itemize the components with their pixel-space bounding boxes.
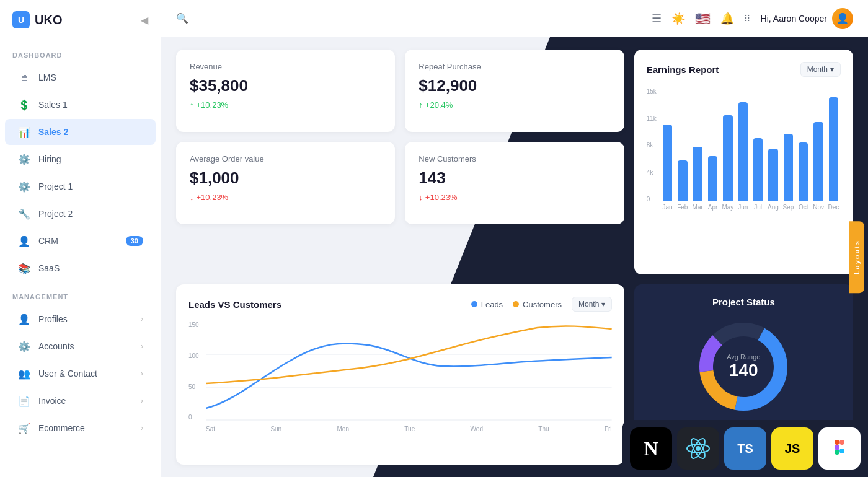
bar-label-oct: Oct bbox=[797, 204, 809, 211]
javascript-icon: JS bbox=[771, 427, 813, 470]
sidebar-item-sales2[interactable]: 📊 Sales 2 bbox=[5, 119, 156, 145]
line-chart-svg bbox=[206, 322, 612, 421]
sidebar-item-project2[interactable]: 🔧 Project 2 bbox=[5, 201, 156, 227]
ecommerce-icon: 🛒 bbox=[17, 421, 31, 435]
svg-rect-13 bbox=[839, 440, 844, 445]
profiles-chevron: › bbox=[141, 315, 143, 323]
layouts-button[interactable]: Layouts bbox=[849, 221, 864, 293]
sidebar-item-sales1[interactable]: 💲 Sales 1 bbox=[5, 92, 156, 118]
customers-dot bbox=[513, 301, 519, 307]
leads-dot bbox=[471, 301, 477, 307]
bar-col-jul bbox=[752, 138, 764, 201]
earnings-title: Earnings Report bbox=[647, 64, 719, 75]
lms-icon: 🖥 bbox=[17, 71, 31, 84]
bar-jul bbox=[753, 138, 763, 201]
repeat-purchase-label: Repeat Purchase bbox=[418, 62, 610, 71]
bars-container bbox=[660, 87, 841, 201]
sidebar-item-user-contact[interactable]: 👥 User & Contact › bbox=[5, 361, 156, 387]
bar-mar bbox=[693, 147, 702, 201]
user-greeting: Hi, Aaron Cooper bbox=[761, 14, 827, 24]
revenue-change-value: +10.23% bbox=[197, 100, 229, 110]
legend-leads: Leads bbox=[471, 300, 503, 309]
bar-dec bbox=[829, 97, 838, 201]
revenue-change: ↑ +10.23% bbox=[190, 100, 381, 110]
sidebar-item-invoice[interactable]: 📄 Invoice › bbox=[5, 388, 156, 414]
y-label-15k: 15k bbox=[647, 88, 657, 95]
leads-vs-customers-card: Leads VS Customers Leads Customers bbox=[176, 284, 624, 465]
leads-month-filter[interactable]: Month ▾ bbox=[572, 297, 612, 312]
earnings-card: Earnings Report Month ▾ 15k 11k 8k 4k 0 bbox=[634, 50, 853, 274]
sidebar-item-project1[interactable]: ⚙️ Project 1 bbox=[5, 173, 156, 199]
language-flag-icon[interactable]: 🇺🇸 bbox=[695, 11, 711, 26]
sidebar-item-hiring[interactable]: ⚙️ Hiring bbox=[5, 146, 156, 172]
bar-col-jan bbox=[662, 125, 673, 201]
sidebar-item-label-hiring: Hiring bbox=[38, 154, 143, 164]
bar-col-mar bbox=[692, 147, 704, 201]
sidebar-item-crm[interactable]: 👤 CRM 30 bbox=[5, 228, 156, 254]
search-icon: 🔍 bbox=[176, 12, 188, 24]
x-label-wed: Wed bbox=[471, 426, 483, 432]
user-contact-icon: 👥 bbox=[17, 367, 31, 380]
nextjs-icon: N bbox=[630, 427, 672, 470]
ecommerce-chevron: › bbox=[141, 424, 143, 432]
sidebar-item-ecommerce[interactable]: 🛒 Ecommerce › bbox=[5, 415, 156, 441]
bar-col-feb bbox=[676, 160, 688, 201]
earnings-month-filter[interactable]: Month ▾ bbox=[800, 62, 841, 77]
bar-sep bbox=[784, 134, 793, 201]
sidebar-item-saas[interactable]: 📚 SaaS bbox=[5, 255, 156, 281]
x-label-tue: Tue bbox=[404, 426, 415, 432]
sales2-icon: 📊 bbox=[17, 125, 31, 139]
apps-grid-icon[interactable]: ⠿ bbox=[744, 14, 751, 24]
invoice-chevron: › bbox=[141, 396, 143, 405]
line-x-labels: Sat Sun Mon Tue Wed Thu Fri bbox=[206, 426, 612, 432]
revenue-trend-icon: ↑ bbox=[190, 100, 194, 110]
earnings-bar-chart: 15k 11k 8k 4k 0 JanFebMarAprMayJunJulAug… bbox=[647, 87, 841, 223]
bar-col-apr bbox=[707, 156, 719, 201]
sidebar-item-profiles[interactable]: 👤 Profiles › bbox=[5, 306, 156, 332]
logo-icon: U bbox=[12, 11, 30, 28]
y-label-11k: 11k bbox=[647, 115, 657, 122]
avg-order-change: ↓ +10.23% bbox=[190, 193, 381, 202]
repeat-purchase-value: $12,900 bbox=[418, 76, 610, 95]
sidebar-item-accounts[interactable]: ⚙️ Accounts › bbox=[5, 333, 156, 359]
sidebar-item-label-ecommerce: Ecommerce bbox=[38, 423, 141, 433]
donut-avg-label: Avg Range bbox=[727, 353, 760, 361]
bar-col-dec bbox=[828, 97, 839, 201]
x-label-thu: Thu bbox=[538, 426, 549, 432]
sales1-icon: 💲 bbox=[17, 98, 31, 112]
new-customers-change: ↓ +10.23% bbox=[418, 193, 610, 202]
y-label-0: 0 bbox=[647, 196, 657, 203]
legend-customers: Customers bbox=[513, 300, 562, 309]
collapse-button[interactable]: ◀ bbox=[141, 14, 148, 26]
bar-label-jun: Jun bbox=[737, 204, 749, 211]
sidebar-item-label-invoice: Invoice bbox=[38, 396, 141, 406]
menu-lines-icon[interactable]: ☰ bbox=[652, 12, 662, 25]
revenue-value: $35,800 bbox=[190, 76, 381, 95]
search-bar: 🔍 bbox=[176, 12, 642, 24]
bar-jan bbox=[663, 125, 672, 201]
sidebar-item-lms[interactable]: 🖥 LMS bbox=[5, 64, 156, 90]
bar-label-mar: Mar bbox=[692, 204, 704, 211]
header: 🔍 ☰ ☀️ 🇺🇸 🔔 ⠿ Hi, Aaron Cooper 👤 bbox=[161, 0, 868, 37]
new-customers-change-value: +10.23% bbox=[425, 193, 458, 202]
sidebar-item-label-profiles: Profiles bbox=[38, 314, 141, 324]
hiring-icon: ⚙️ bbox=[17, 152, 31, 166]
sidebar-item-label-sales2: Sales 2 bbox=[38, 127, 143, 137]
new-customers-value: 143 bbox=[418, 168, 610, 188]
svg-rect-15 bbox=[835, 450, 839, 455]
sidebar: U UKO ◀ DASHBOARD 🖥 LMS 💲 Sales 1 📊 Sale… bbox=[0, 0, 161, 477]
bar-label-dec: Dec bbox=[828, 204, 839, 211]
user-info: Hi, Aaron Cooper 👤 bbox=[761, 8, 853, 29]
sidebar-item-label-project1: Project 1 bbox=[38, 182, 143, 191]
bar-label-may: May bbox=[722, 204, 733, 211]
bar-col-may bbox=[722, 115, 733, 201]
sidebar-item-label-crm: CRM bbox=[38, 236, 126, 246]
bar-col-nov bbox=[812, 122, 824, 201]
sidebar-item-label-user-contact: User & Contact bbox=[38, 369, 141, 379]
notification-bell-icon[interactable]: 🔔 bbox=[720, 12, 734, 25]
bar-feb bbox=[678, 160, 687, 201]
sidebar-logo: U UKO ◀ bbox=[0, 0, 161, 40]
layouts-container: Layouts bbox=[849, 37, 868, 477]
svg-point-8 bbox=[696, 446, 701, 451]
theme-toggle-icon[interactable]: ☀️ bbox=[671, 12, 685, 25]
